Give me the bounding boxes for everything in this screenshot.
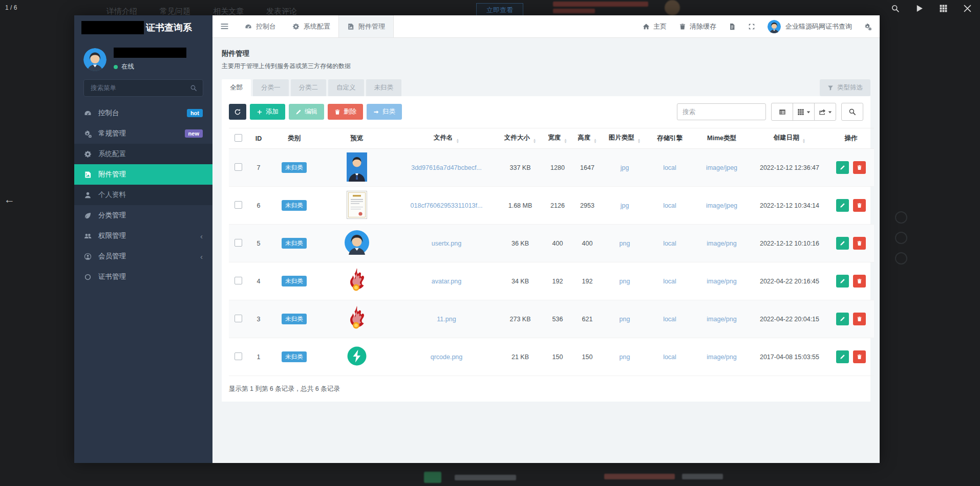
- row-delete-button[interactable]: [853, 161, 866, 174]
- category-tab-全部[interactable]: 全部: [222, 79, 251, 96]
- filename-link[interactable]: 018cf76062953311013f...: [411, 202, 483, 209]
- slideshow-play-icon[interactable]: [915, 4, 924, 13]
- profile-menu[interactable]: 企业猫源码网证书查询: [768, 20, 852, 33]
- column-header-创建日期[interactable]: 创建日期▲▼: [751, 128, 828, 149]
- navbar-tab-控制台[interactable]: 控制台: [237, 15, 284, 37]
- export-button[interactable]: [814, 103, 836, 121]
- row-delete-button[interactable]: [853, 350, 866, 363]
- row-edit-button[interactable]: [836, 199, 849, 212]
- row-edit-button[interactable]: [836, 313, 849, 325]
- mime-type-link[interactable]: image/png: [707, 316, 736, 323]
- category-tab-分类一[interactable]: 分类一: [253, 79, 289, 96]
- filename-link[interactable]: qrcode.png: [431, 354, 463, 361]
- row-checkbox[interactable]: [235, 163, 242, 171]
- filename-link[interactable]: avatar.png: [432, 278, 461, 285]
- row-edit-button[interactable]: [836, 161, 849, 174]
- mime-type-link[interactable]: image/jpeg: [706, 164, 737, 171]
- row-checkbox[interactable]: [235, 277, 242, 284]
- trash-icon: [679, 23, 686, 30]
- image-type-link[interactable]: jpg: [621, 164, 629, 171]
- detail-view-button[interactable]: [771, 103, 793, 121]
- row-edit-button[interactable]: [836, 237, 849, 250]
- sidebar-item-系统配置[interactable]: 系统配置: [74, 144, 212, 164]
- category-tab-自定义[interactable]: 自定义: [328, 79, 364, 96]
- image-type-link[interactable]: png: [620, 278, 630, 285]
- storage-engine-link[interactable]: local: [663, 240, 676, 247]
- settings-button[interactable]: [864, 23, 871, 30]
- filename-link[interactable]: 3dd97616a7d47bcbecf...: [411, 164, 482, 171]
- flame-preview[interactable]: [346, 268, 368, 293]
- flame-preview[interactable]: [346, 305, 368, 331]
- storage-engine-link[interactable]: local: [663, 202, 676, 209]
- columns-button[interactable]: [793, 103, 815, 121]
- row-checkbox[interactable]: [235, 315, 242, 322]
- column-header-宽度[interactable]: 宽度▲▼: [543, 128, 572, 149]
- file-image-icon: [347, 23, 354, 30]
- delete-button[interactable]: 删除: [328, 104, 363, 120]
- id-photo-preview[interactable]: [347, 152, 367, 182]
- row-delete-button[interactable]: [853, 199, 866, 212]
- thumbnails-grid-icon[interactable]: [939, 4, 948, 13]
- row-edit-button[interactable]: [836, 275, 849, 288]
- storage-engine-link[interactable]: local: [663, 164, 676, 171]
- row-checkbox[interactable]: [235, 239, 242, 247]
- certificate-preview[interactable]: [347, 191, 367, 219]
- select-all-checkbox[interactable]: [235, 134, 242, 142]
- sidebar-item-权限管理[interactable]: 权限管理 ‹: [74, 226, 212, 246]
- sidebar-item-附件管理[interactable]: 附件管理: [74, 164, 212, 185]
- column-header-高度[interactable]: 高度▲▼: [572, 128, 602, 149]
- clear-cache-button[interactable]: 清除缓存: [679, 22, 716, 31]
- home-button[interactable]: 主页: [643, 22, 667, 31]
- row-delete-button[interactable]: [853, 313, 866, 325]
- mime-type-link[interactable]: image/png: [707, 240, 736, 247]
- row-checkbox[interactable]: [235, 201, 242, 209]
- row-delete-button[interactable]: [853, 275, 866, 288]
- storage-engine-link[interactable]: local: [663, 316, 676, 323]
- filename-link[interactable]: usertx.png: [432, 240, 461, 247]
- boy-avatar-preview[interactable]: [345, 230, 369, 255]
- add-button[interactable]: 添加: [250, 104, 285, 120]
- fullscreen-button[interactable]: [748, 23, 755, 30]
- storage-engine-link[interactable]: local: [663, 354, 676, 361]
- refresh-button[interactable]: [229, 104, 246, 120]
- search-toggle-button[interactable]: [841, 103, 863, 121]
- edit-button[interactable]: 编辑: [289, 104, 324, 120]
- filename-link[interactable]: 11.png: [437, 316, 456, 323]
- sidebar-item-证书管理[interactable]: 证书管理: [74, 267, 212, 287]
- navbar-tab-附件管理[interactable]: 附件管理: [338, 15, 394, 37]
- bolt-preview[interactable]: [347, 346, 367, 366]
- mime-type-link[interactable]: image/png: [707, 354, 736, 361]
- category-tab-分类二[interactable]: 分类二: [291, 79, 327, 96]
- row-edit-button[interactable]: [836, 350, 849, 363]
- menu-toggle-icon[interactable]: [220, 22, 230, 31]
- storage-engine-link[interactable]: local: [663, 278, 676, 285]
- table-header-row: ID类别预览文件名▲▼文件大小▲▼宽度▲▼高度▲▼图片类型▲▼存储引擎Mime类…: [229, 128, 874, 149]
- image-type-link[interactable]: png: [620, 354, 630, 361]
- column-header-图片类型[interactable]: 图片类型▲▼: [602, 128, 647, 149]
- navbar-tab-系统配置[interactable]: 系统配置: [284, 15, 338, 37]
- sidebar-item-分类管理[interactable]: 分类管理: [74, 205, 212, 226]
- classify-button[interactable]: 归类: [367, 104, 402, 120]
- row-delete-button[interactable]: [853, 237, 866, 250]
- close-icon[interactable]: [963, 4, 972, 13]
- sidebar-item-控制台[interactable]: 控制台 hot: [74, 103, 212, 123]
- cell-width: 536: [543, 300, 572, 338]
- column-header-文件大小[interactable]: 文件大小▲▼: [498, 128, 543, 149]
- sidebar-item-会员管理[interactable]: 会员管理 ‹: [74, 246, 212, 267]
- image-type-link[interactable]: png: [620, 240, 630, 247]
- docs-button[interactable]: [729, 23, 736, 30]
- row-checkbox[interactable]: [235, 352, 242, 360]
- sidebar-item-常规管理[interactable]: 常规管理 new: [74, 123, 212, 144]
- table-search-input[interactable]: [677, 103, 766, 120]
- zoom-icon[interactable]: [891, 4, 900, 13]
- mime-type-link[interactable]: image/jpeg: [706, 202, 737, 209]
- sidebar-search-input[interactable]: [90, 84, 190, 92]
- type-filter-button[interactable]: 类型筛选: [820, 79, 870, 96]
- image-type-link[interactable]: jpg: [621, 202, 629, 209]
- column-header-文件名[interactable]: 文件名▲▼: [395, 128, 498, 149]
- image-type-link[interactable]: png: [620, 316, 630, 323]
- previous-image-arrow[interactable]: ←: [4, 193, 15, 206]
- mime-type-link[interactable]: image/png: [707, 278, 736, 285]
- category-tab-未归类[interactable]: 未归类: [366, 79, 402, 96]
- sidebar-item-个人资料[interactable]: 个人资料: [74, 185, 212, 205]
